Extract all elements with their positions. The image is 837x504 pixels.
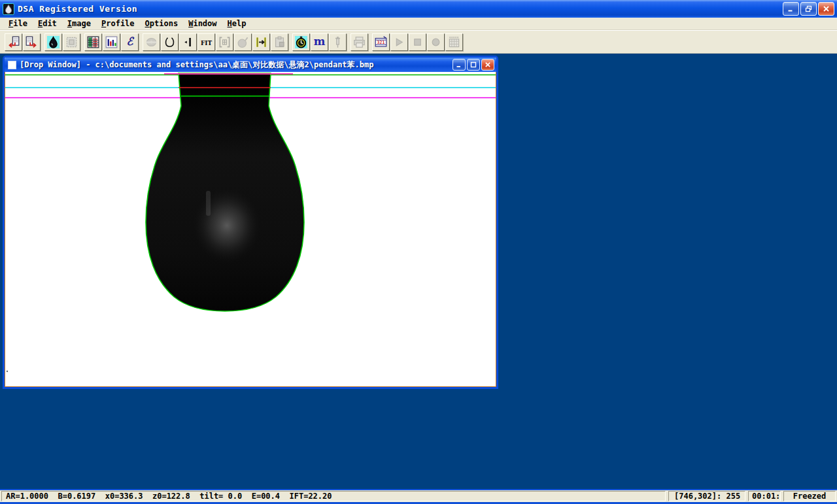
play-button [390,33,408,51]
needle-drop-button [234,33,252,51]
close-icon [485,61,491,68]
drop-window-icon [8,61,16,69]
minimize-icon [787,5,794,12]
open-image-button[interactable] [5,33,22,51]
fit-button[interactable]: FIT [197,33,215,51]
svg-text:321: 321 [377,39,385,44]
contour-ellipse-button[interactable] [161,33,179,51]
live-drop-image-button[interactable] [44,33,62,51]
svg-text:m: m [314,36,326,48]
status-pixel-info: [746,302]: 255 [668,491,745,501]
drop-window-close-button[interactable] [481,59,494,71]
stop-button [409,33,426,51]
dsa-app-window: { "app": { "title": "DSA Registered Vers… [0,0,837,504]
toolbar: ℰFITm321 [0,30,837,54]
print-button [350,33,368,51]
menu-window[interactable]: Window [183,18,222,29]
dosing-syringe-button [329,33,347,51]
app-caption-controls [783,2,834,16]
zoom-fit-button [216,33,233,51]
menu-options[interactable]: Options [140,18,184,29]
status-measurements: AR=1.0000 B=0.6197 x0=336.3 z0=122.8 til… [1,491,666,501]
maximize-icon [470,61,477,68]
svg-text:ℰ: ℰ [126,36,134,48]
drop-window-title-bar: [Drop Window] - c:\documents and setting… [5,58,496,72]
status-state-badge: Freezed [783,491,836,501]
app-title: DSA Registered Version [18,4,783,14]
save-image-button[interactable] [23,33,41,51]
grab-frame-button [63,33,80,51]
menu-profile[interactable]: Profile [96,18,140,29]
drop-window-controls [453,59,494,71]
svg-text:FIT: FIT [201,40,212,46]
menu-help[interactable]: Help [222,18,252,29]
app-close-button[interactable] [818,2,834,16]
menu-file[interactable]: File [3,18,33,29]
minimize-icon [456,61,462,68]
drop-window-maximize-button[interactable] [467,59,480,71]
menu-bar: FileEditImageProfileOptionsWindowHelp [0,18,837,30]
statistics-chart-button[interactable] [103,33,120,51]
restore-icon [805,5,812,12]
drop-window-title: [Drop Window] - c:\documents and setting… [20,59,453,71]
app-drop-icon [3,3,14,15]
stray-pixel-dot [7,371,8,372]
frame-grid-button [445,33,463,51]
status-timer: 00:01:31 [748,491,781,501]
record-button [427,33,445,51]
app-minimize-button[interactable] [783,2,799,16]
menu-image[interactable]: Image [62,18,96,29]
close-icon [823,5,830,12]
app-title-bar: DSA Registered Version [0,0,837,18]
drop-window-minimize-button[interactable] [453,59,466,71]
drop-light-streak [206,191,211,216]
stopwatch-button[interactable] [292,33,310,51]
pendant-drop-image [5,72,496,386]
app-restore-button[interactable] [800,2,817,16]
sessile-drop-button [143,33,160,51]
measure-m-button[interactable]: m [311,33,328,51]
drop-window: [Drop Window] - c:\documents and setting… [3,56,498,389]
copy-clipboard-button [271,33,288,51]
results-table-button[interactable] [84,33,102,51]
baseline-marker-button[interactable] [179,33,197,51]
epsilon-analysis-button[interactable]: ℰ [121,33,139,51]
mdi-workspace: [Drop Window] - c:\documents and setting… [0,54,837,489]
drop-image-canvas[interactable] [5,72,496,387]
film-counter-button[interactable]: 321 [372,33,390,51]
drop-specular-highlight [190,185,264,266]
status-bar: AR=1.0000 B=0.6197 x0=336.3 z0=122.8 til… [0,489,837,504]
menu-edit[interactable]: Edit [33,18,62,29]
width-calibration-button[interactable] [252,33,270,51]
